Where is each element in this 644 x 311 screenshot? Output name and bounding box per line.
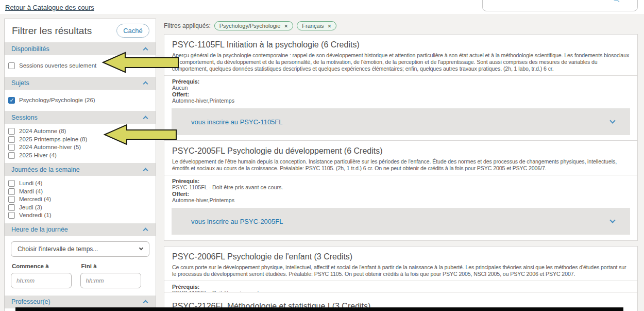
offered-label: Offert: bbox=[172, 191, 189, 197]
section-title: Professeur(e) bbox=[11, 298, 50, 305]
time-interval-select[interactable]: Choisir l'intervalle de temps... bbox=[11, 241, 149, 257]
section-header-professeur[interactable]: Professeur(e) bbox=[5, 296, 156, 308]
section-title: Sessions bbox=[11, 114, 38, 121]
filter-chip-psychology[interactable]: Psychology/Psychologie ✕ bbox=[214, 21, 294, 30]
applied-filters-label: Filtres appliqués: bbox=[164, 22, 211, 29]
checkbox-label: Psychology/Psychologie (26) bbox=[19, 97, 95, 104]
chevron-up-icon bbox=[143, 116, 148, 121]
bottom-black-bar bbox=[15, 307, 623, 311]
chevron-up-icon bbox=[143, 47, 148, 52]
checkbox-label: Mercredi (4) bbox=[19, 196, 51, 203]
checkbox-label: 2025 Printemps-pleine (8) bbox=[19, 136, 87, 143]
search-icon bbox=[613, 0, 620, 3]
section-title: Sujets bbox=[11, 79, 29, 87]
search-input[interactable] bbox=[482, 0, 638, 11]
chevron-up-icon bbox=[143, 300, 148, 305]
remove-icon[interactable]: ✕ bbox=[328, 23, 332, 29]
end-time-input[interactable] bbox=[80, 273, 141, 288]
checkbox-label: Jeudi (3) bbox=[19, 204, 42, 211]
checkbox-unchecked[interactable] bbox=[8, 204, 15, 211]
section-header-disponibilites[interactable]: Disponibilités bbox=[5, 42, 156, 55]
checkbox-label: 2024 Automne-hiver (5) bbox=[19, 144, 81, 151]
course-title: PSYC-2005FL Psychologie du développement… bbox=[172, 146, 630, 156]
offered-label: Offert: bbox=[172, 91, 189, 97]
checkbox-unchecked[interactable] bbox=[8, 188, 15, 195]
offered-value: Automne-hiver,Printemps bbox=[172, 197, 630, 203]
checkbox-row-2024-automne[interactable]: 2024 Automne (8) bbox=[5, 127, 156, 136]
checkbox-label: 2025 Hiver (4) bbox=[19, 152, 57, 159]
course-card-psyc-1105fl: PSYC-1105FL Initiation à la psychologie … bbox=[164, 34, 638, 141]
register-link[interactable]: vous inscrire au PSYC-1105FL bbox=[191, 118, 283, 126]
checkbox-row-lundi[interactable]: Lundi (4) bbox=[5, 179, 156, 188]
course-description: Aperçu général de la psychologie contemp… bbox=[172, 52, 630, 72]
checkbox-label: Sessions ouvertes seulement bbox=[19, 62, 96, 70]
section-title: Heure de la journée bbox=[11, 226, 68, 233]
section-header-journees[interactable]: Journées de la semaine bbox=[5, 163, 156, 176]
prereq-value: Aucun bbox=[172, 85, 630, 91]
checkbox-row-mercredi[interactable]: Mercredi (4) bbox=[5, 195, 156, 204]
filter-title: Filtrer les résultats bbox=[12, 25, 92, 37]
checkbox-checked[interactable] bbox=[8, 97, 15, 104]
checkbox-unchecked[interactable] bbox=[8, 128, 15, 135]
prereq-label: Prérequis: bbox=[172, 178, 199, 184]
filter-sidebar: Filtrer les résultats Caché Disponibilit… bbox=[4, 19, 156, 311]
end-time-label: Fini à bbox=[81, 263, 150, 269]
register-section-psyc-2005fl[interactable]: vous inscrire au PSYC-2005FL bbox=[172, 208, 630, 235]
checkbox-row-mardi[interactable]: Mardi (4) bbox=[5, 188, 156, 196]
divider bbox=[164, 281, 637, 281]
section-header-heure[interactable]: Heure de la journée bbox=[5, 223, 156, 236]
section-body-sessions: 2024 Automne (8) 2025 Printemps-pleine (… bbox=[5, 124, 156, 163]
select-value: Choisir l'intervalle de temps... bbox=[18, 245, 98, 253]
register-section-psyc-1105fl[interactable]: vous inscrire au PSYC-1105FL bbox=[172, 108, 630, 135]
section-title: Disponibilités bbox=[11, 45, 49, 53]
start-time-label: Commence à bbox=[12, 263, 80, 269]
register-link[interactable]: vous inscrire au PSYC-2005FL bbox=[191, 218, 283, 225]
section-header-sessions[interactable]: Sessions bbox=[5, 111, 156, 124]
chip-label: Psychology/Psychologie bbox=[219, 23, 281, 29]
course-title: PSYC-1105FL Initiation à la psychologie … bbox=[172, 40, 630, 50]
course-card-psyc-2005fl: PSYC-2005FL Psychologie du développement… bbox=[164, 140, 638, 241]
checkbox-label: 2024 Automne (8) bbox=[19, 128, 66, 135]
prereq-label: Prérequis: bbox=[172, 284, 199, 290]
chevron-down-icon[interactable] bbox=[609, 218, 615, 223]
checkbox-row-2025-printemps-pleine[interactable]: 2025 Printemps-pleine (8) bbox=[5, 136, 156, 144]
checkbox-row-psychology[interactable]: Psychology/Psychologie (26) bbox=[5, 95, 156, 106]
chip-label: Français bbox=[302, 23, 324, 29]
checkbox-row-jeudi[interactable]: Jeudi (3) bbox=[5, 204, 156, 212]
back-to-catalog-link[interactable]: Retour à Catalogue des cours bbox=[5, 4, 94, 11]
checkbox-label: Vendredi (1) bbox=[19, 212, 52, 219]
course-catalog-page: Retour à Catalogue des cours Filtrer les… bbox=[0, 0, 644, 311]
hide-filters-button[interactable]: Caché bbox=[116, 24, 149, 38]
checkbox-label: Lundi (4) bbox=[19, 180, 42, 187]
checkbox-row-2024-automne-hiver[interactable]: 2024 Automne-hiver (5) bbox=[5, 143, 156, 152]
divider bbox=[164, 175, 637, 175]
section-body-heure: Choisir l'intervalle de temps... Commenc… bbox=[5, 236, 156, 296]
checkbox-unchecked[interactable] bbox=[8, 62, 15, 69]
chevron-down-icon bbox=[139, 246, 143, 250]
section-body-sujets: Psychology/Psychologie (26) bbox=[5, 90, 156, 111]
checkbox-unchecked[interactable] bbox=[8, 212, 15, 219]
section-title: Journées de la semaine bbox=[11, 166, 80, 173]
filter-sidebar-header: Filtrer les résultats Caché bbox=[5, 19, 156, 42]
checkbox-row-sessions-ouvertes[interactable]: Sessions ouvertes seulement bbox=[5, 60, 156, 72]
checkbox-unchecked[interactable] bbox=[8, 152, 15, 159]
course-title: PSYC-2006FL Psychologie de l'enfant (3 C… bbox=[172, 252, 630, 261]
offered-value: Automne-hiver,Printemps bbox=[172, 97, 630, 104]
checkbox-unchecked[interactable] bbox=[8, 136, 15, 143]
course-description: Le développement de l'être humain depuis… bbox=[172, 158, 630, 172]
checkbox-row-vendredi[interactable]: Vendredi (1) bbox=[5, 211, 156, 220]
filter-chip-francais[interactable]: Français ✕ bbox=[297, 21, 336, 30]
section-header-sujets[interactable]: Sujets bbox=[5, 77, 156, 90]
checkbox-unchecked[interactable] bbox=[8, 180, 15, 187]
checkbox-unchecked[interactable] bbox=[8, 144, 15, 151]
start-time-input[interactable] bbox=[11, 273, 72, 288]
checkbox-unchecked[interactable] bbox=[8, 196, 15, 203]
course-description: Ce cours porte sur le développement phys… bbox=[172, 264, 630, 277]
prereq-value: PSYC-1105FL - Doit être pris avant ce co… bbox=[172, 184, 630, 190]
prereq-label: Prérequis: bbox=[172, 78, 199, 85]
checkbox-label: Mardi (4) bbox=[19, 188, 43, 195]
chevron-up-icon bbox=[143, 228, 148, 233]
checkbox-row-2025-hiver[interactable]: 2025 Hiver (4) bbox=[5, 152, 156, 160]
chevron-down-icon[interactable] bbox=[609, 118, 615, 124]
remove-icon[interactable]: ✕ bbox=[284, 23, 288, 29]
